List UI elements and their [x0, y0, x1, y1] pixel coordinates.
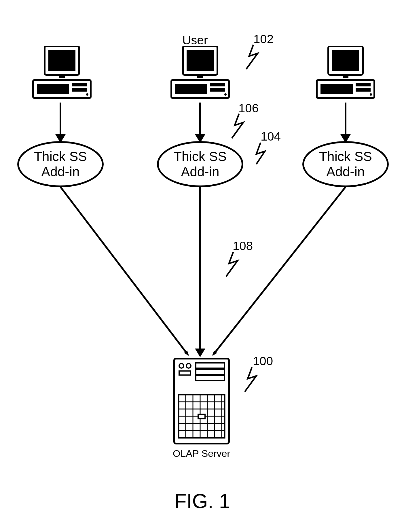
addin-mid-line2: Add-in — [181, 164, 219, 179]
ref-106: 106 — [238, 101, 259, 115]
addin-left-line1: Thick SS — [34, 149, 87, 164]
svg-rect-12 — [197, 75, 203, 78]
ref-108: 108 — [233, 239, 253, 253]
svg-rect-23 — [356, 83, 371, 86]
svg-line-1 — [213, 187, 346, 355]
svg-rect-14 — [175, 84, 207, 94]
user-computer-left — [32, 46, 92, 101]
arrow-mid-bottom — [199, 187, 201, 349]
svg-rect-19 — [332, 50, 359, 71]
svg-rect-27 — [196, 363, 225, 368]
ref-100: 100 — [253, 354, 273, 368]
addin-right: Thick SSAdd-in — [302, 141, 389, 187]
svg-line-0 — [60, 187, 188, 355]
figure-caption: FIG. 1 — [174, 490, 230, 513]
svg-rect-7 — [72, 83, 87, 86]
svg-rect-45 — [198, 414, 205, 419]
arrow-left-top — [60, 103, 61, 134]
svg-point-31 — [186, 363, 191, 368]
svg-rect-15 — [210, 83, 225, 86]
arrowhead-mid-bottom — [195, 349, 205, 357]
user-label: User — [182, 33, 208, 47]
addin-left: Thick SSAdd-in — [17, 141, 104, 187]
svg-point-25 — [370, 93, 372, 96]
svg-rect-28 — [196, 369, 225, 374]
addin-mid-line1: Thick SS — [174, 149, 227, 164]
svg-point-17 — [224, 93, 227, 96]
svg-point-30 — [179, 363, 184, 368]
svg-rect-3 — [48, 50, 75, 71]
user-computer-right — [315, 46, 376, 101]
ref-102: 102 — [253, 32, 274, 46]
olap-server — [173, 357, 230, 445]
svg-rect-20 — [343, 75, 348, 78]
svg-rect-32 — [179, 371, 191, 375]
svg-rect-8 — [72, 88, 87, 92]
svg-rect-29 — [196, 376, 225, 381]
addin-left-line2: Add-in — [41, 164, 80, 179]
addin-right-line2: Add-in — [327, 164, 365, 179]
svg-point-9 — [86, 93, 88, 96]
svg-rect-22 — [320, 84, 353, 94]
svg-rect-6 — [37, 84, 69, 94]
addin-right-line1: Thick SS — [319, 149, 372, 164]
svg-rect-11 — [187, 50, 214, 71]
svg-rect-4 — [59, 75, 65, 78]
olap-server-label: OLAP Server — [173, 448, 230, 459]
user-computer-mid — [170, 46, 230, 101]
arrow-mid-top — [199, 103, 201, 134]
addin-mid: Thick SSAdd-in — [157, 141, 243, 187]
arrow-right-top — [345, 103, 346, 134]
svg-rect-16 — [210, 88, 225, 92]
svg-rect-24 — [356, 88, 371, 92]
ref-104: 104 — [261, 130, 281, 143]
